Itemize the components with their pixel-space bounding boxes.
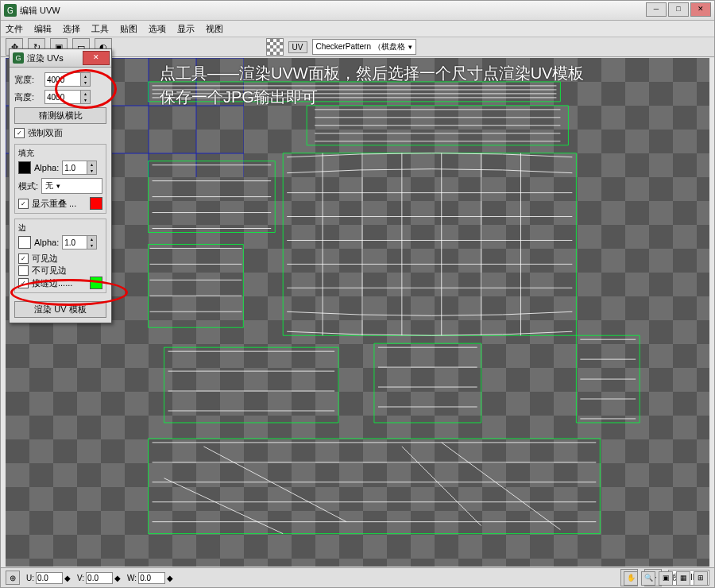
w-input[interactable] xyxy=(138,572,165,584)
fill-color-swatch[interactable] xyxy=(18,161,31,174)
guess-aspect-button[interactable]: 猜测纵横比 xyxy=(14,107,106,124)
menu-file[interactable]: 文件 xyxy=(6,23,23,35)
statusbar: ⊕ U:◆ V:◆ W:◆ ▿ ⟳ 所有 ID ✋🔍▣▦⊞ xyxy=(1,567,714,587)
maximize-button[interactable]: □ xyxy=(668,2,689,17)
titlebar: G 编辑 UVW ─ □ ✕ xyxy=(1,1,714,21)
visible-edge-checkbox[interactable]: ✓可见边 xyxy=(18,253,102,265)
uv-button[interactable]: UV xyxy=(288,41,307,53)
zoom-region-icon[interactable]: ▣ xyxy=(659,571,673,586)
seam-edge-checkbox[interactable]: ✓接缝边...... xyxy=(18,277,102,289)
render-uvs-panel: G 渲染 UVs ✕ 宽度: ▴▾ 高度: ▴▾ 猜测纵横比 ✓强制双面 填充 … xyxy=(9,48,112,323)
seam-color-swatch[interactable] xyxy=(90,277,102,289)
height-spinner[interactable]: ▴▾ xyxy=(44,90,91,104)
window-title: 编辑 UVW xyxy=(20,5,60,17)
edges-legend: 边 xyxy=(18,222,102,234)
lock-icon[interactable]: ⊕ xyxy=(6,571,20,585)
panel-close-button[interactable]: ✕ xyxy=(83,51,110,65)
menubar: 文件 编辑 选择 工具 贴图 选项 显示 视图 xyxy=(1,21,714,37)
v-label: V: xyxy=(77,574,84,582)
fill-legend: 填充 xyxy=(18,148,102,159)
checker-icon[interactable] xyxy=(266,38,284,56)
checker-pattern-dropdown[interactable]: CheckerPattern （棋盘格 xyxy=(312,39,416,55)
u-label: U: xyxy=(26,574,34,582)
menu-edit[interactable]: 编辑 xyxy=(34,23,52,35)
height-input[interactable] xyxy=(45,93,80,102)
menu-mapping[interactable]: 贴图 xyxy=(120,23,137,35)
invisible-edge-checkbox[interactable]: 不可见边 xyxy=(18,265,102,277)
force-2sided-checkbox[interactable]: ✓强制双面 xyxy=(14,127,106,139)
show-overlap-checkbox[interactable]: ✓显示重叠 ... xyxy=(18,197,102,210)
panel-icon: G xyxy=(13,52,24,64)
u-input[interactable] xyxy=(36,572,63,584)
edge-color-swatch[interactable] xyxy=(18,236,31,249)
width-spinner[interactable]: ▴▾ xyxy=(44,72,91,87)
render-uv-template-button[interactable]: 渲染 UV 模板 xyxy=(14,301,106,318)
menu-select[interactable]: 选择 xyxy=(63,23,80,35)
v-input[interactable] xyxy=(86,572,113,584)
w-label: W: xyxy=(127,574,137,582)
zoom-extents-icon[interactable]: ▦ xyxy=(676,571,690,586)
menu-display[interactable]: 显示 xyxy=(177,23,195,35)
panel-title: 渲染 UVs xyxy=(27,52,64,64)
fill-alpha-spinner[interactable]: ▴▾ xyxy=(62,161,97,175)
edge-alpha-spinner[interactable]: ▴▾ xyxy=(62,235,97,250)
overlap-color-swatch[interactable] xyxy=(90,197,102,210)
menu-tools[interactable]: 工具 xyxy=(91,23,109,35)
app-icon: G xyxy=(4,4,17,17)
snap-icon[interactable]: ⊞ xyxy=(694,571,708,586)
pan-icon[interactable]: ✋ xyxy=(624,571,638,586)
width-label: 宽度: xyxy=(14,74,41,86)
menu-view[interactable]: 视图 xyxy=(206,23,223,35)
width-input[interactable] xyxy=(45,75,80,84)
tutorial-annotation: 点工具——渲染UVW面板，然后选择一个尺寸点渲染UV模板 保存一个JPG输出即可 xyxy=(160,61,698,109)
close-button[interactable]: ✕ xyxy=(690,2,711,17)
minimize-button[interactable]: ─ xyxy=(646,2,667,17)
mode-dropdown[interactable]: 无 xyxy=(41,178,102,194)
height-label: 高度: xyxy=(14,91,41,103)
menu-options[interactable]: 选项 xyxy=(149,23,166,35)
zoom-icon[interactable]: 🔍 xyxy=(641,571,655,586)
